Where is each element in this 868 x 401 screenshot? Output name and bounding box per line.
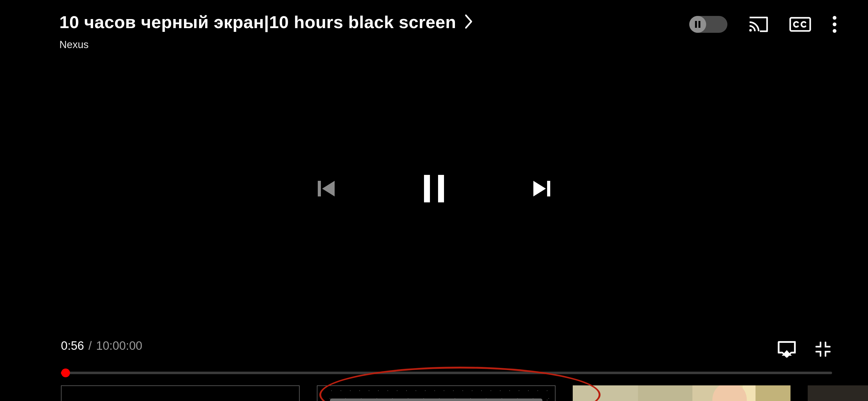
svg-marker-9 [533,181,546,196]
suggested-thumbnail[interactable] [573,386,790,401]
svg-rect-1 [698,21,700,28]
total-time: 10:00:00 [96,339,143,353]
suggested-thumbnail[interactable] [317,386,556,401]
svg-marker-8 [322,181,335,196]
autoplay-knob-pause-icon [689,16,706,33]
more-vertical-icon[interactable] [832,15,837,33]
exit-fullscreen-icon[interactable] [815,342,831,358]
pause-bar-left [424,175,430,202]
next-button[interactable] [531,179,551,198]
title-block: 10 часов черный экран|10 hours black scr… [59,12,474,51]
svg-rect-10 [547,181,550,196]
pause-button[interactable] [424,175,444,202]
video-title: 10 часов черный экран|10 hours black scr… [59,12,456,32]
svg-rect-7 [318,181,321,196]
svg-rect-0 [695,21,697,28]
suggested-videos-strip[interactable] [61,386,868,401]
pause-bar-right [438,175,444,202]
airplay-icon[interactable] [777,341,797,359]
thumbnail-progress [330,399,542,401]
autoplay-toggle[interactable] [689,16,727,33]
time-separator: / [88,339,92,353]
seek-handle[interactable] [61,369,70,377]
seek-bar[interactable] [61,372,832,374]
svg-point-4 [833,16,836,20]
chevron-right-icon [464,14,474,31]
time-display: 0:56 / 10:00:00 [61,339,142,353]
suggested-thumbnail[interactable] [61,386,300,401]
thumbnail-face [712,386,747,401]
player-header: 10 часов черный экран|10 hours black scr… [59,12,837,51]
header-controls [689,15,837,33]
svg-point-2 [749,29,752,32]
suggested-thumbnail[interactable] [808,386,868,401]
closed-captions-icon[interactable] [789,17,811,32]
cast-icon[interactable] [749,16,768,32]
channel-name[interactable]: Nexus [59,39,474,51]
bottom-right-controls [777,341,831,359]
svg-point-6 [833,29,836,33]
previous-button[interactable] [317,179,337,198]
title-row[interactable]: 10 часов черный экран|10 hours black scr… [59,12,474,32]
center-playback-controls [317,175,551,202]
current-time: 0:56 [61,339,84,353]
svg-point-5 [833,23,836,26]
